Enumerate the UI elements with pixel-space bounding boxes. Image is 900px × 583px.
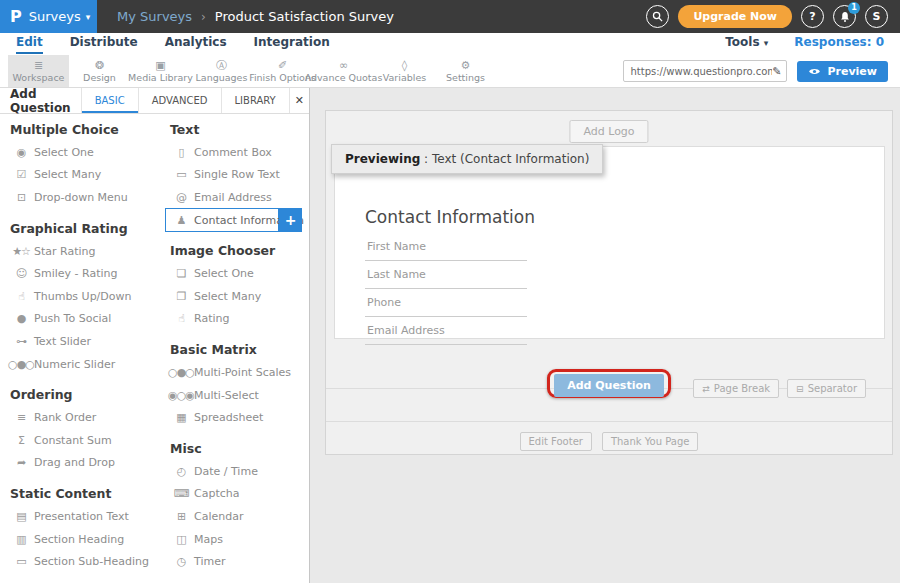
- tab-advanced[interactable]: ADVANCED: [138, 88, 221, 113]
- search-button[interactable]: [646, 5, 669, 28]
- image-select-one-icon: ❏: [170, 267, 192, 280]
- question-type-spreadsheet[interactable]: ▦Spreadsheet: [170, 406, 309, 429]
- select-many-icon: ☑: [10, 168, 32, 181]
- question-type-text-slider[interactable]: ⊶Text Slider: [10, 330, 160, 353]
- toolbar-item-advance-quotas[interactable]: ∞Advance Quotas: [313, 55, 374, 87]
- question-type-thumbs-up-down[interactable]: ☝Thumbs Up/Down: [10, 285, 160, 308]
- notifications-button[interactable]: 1: [833, 5, 856, 28]
- toolbar-item-variables[interactable]: ◊Variables: [374, 55, 435, 87]
- question-type-label: Calendar: [194, 510, 243, 523]
- add-contact-information-button[interactable]: +: [279, 208, 302, 232]
- toolbar-item-settings[interactable]: ⚙Settings: [435, 55, 496, 87]
- question-type-select-one[interactable]: ◉Select One: [10, 141, 160, 164]
- question-type-label: Text Slider: [34, 335, 91, 348]
- tab-library[interactable]: LIBRARY: [221, 88, 289, 113]
- app-logo-block[interactable]: P Surveys ▾: [0, 0, 97, 33]
- toolbar-items: ≣Workspace❂Design▣Media LibraryⒶLanguage…: [8, 55, 496, 87]
- question-type-label: Select Many: [34, 168, 101, 181]
- breadcrumb-my-surveys[interactable]: My Surveys: [117, 9, 192, 24]
- add-question-panel-header: Add Question BASIC ADVANCED LIBRARY ✕: [0, 88, 309, 114]
- preview-button[interactable]: Preview: [797, 61, 888, 82]
- constant-sum-icon: Σ: [10, 434, 32, 447]
- question-type-date-time[interactable]: ◴Date / Time: [170, 460, 309, 483]
- nav-tab-edit[interactable]: Edit: [16, 35, 43, 54]
- nav-tab-analytics[interactable]: Analytics: [165, 35, 227, 54]
- drag-and-drop-icon: ➦: [10, 456, 32, 469]
- question-type-section-sub-heading[interactable]: ▭Section Sub-Heading: [10, 550, 160, 573]
- help-button[interactable]: ?: [801, 5, 824, 28]
- question-type-multi-point-scales[interactable]: ○●○Multi-Point Scales: [170, 361, 309, 384]
- user-avatar[interactable]: S: [865, 5, 888, 28]
- question-type-image-select-one[interactable]: ❏Select One: [170, 262, 309, 285]
- question-type-image-rating[interactable]: ☝Rating: [170, 308, 309, 331]
- add-question-panel: Add Question BASIC ADVANCED LIBRARY ✕ Mu…: [0, 88, 310, 583]
- question-type-rank-order[interactable]: ≡Rank Order: [10, 406, 160, 429]
- question-type-star-rating[interactable]: ★☆Star Rating: [10, 240, 160, 263]
- media-library-icon: ▣: [155, 59, 165, 72]
- bell-icon: [839, 11, 851, 23]
- page-break-button[interactable]: ⇄ Page Break: [693, 379, 779, 398]
- section-title-image-chooser: Image Chooser: [170, 243, 309, 258]
- settings-icon: ⚙: [461, 59, 471, 72]
- question-type-push-to-social[interactable]: ●Push To Social: [10, 308, 160, 331]
- section-heading-icon: ▥: [10, 533, 32, 546]
- question-type-select-many[interactable]: ☑Select Many: [10, 164, 160, 187]
- question-type-single-row-text[interactable]: ▭Single Row Text: [170, 164, 309, 187]
- nav-tab-integration[interactable]: Integration: [254, 35, 330, 54]
- form-field-email-address[interactable]: Email Address: [365, 324, 527, 345]
- nav-tab-distribute[interactable]: Distribute: [70, 35, 138, 54]
- question-type-smiley-rating[interactable]: ☺Smiley - Rating: [10, 262, 160, 285]
- toolbar-item-media-library[interactable]: ▣Media Library: [130, 55, 191, 87]
- section-title-text: Text: [170, 122, 309, 137]
- question-type-drag-and-drop[interactable]: ➦Drag and Drop: [10, 452, 160, 475]
- question-type-presentation-text[interactable]: ▤Presentation Text: [10, 505, 160, 528]
- page-body: Add Question BASIC ADVANCED LIBRARY ✕ Mu…: [0, 88, 900, 583]
- question-type-label: Push To Social: [34, 312, 111, 325]
- selected-question-type[interactable]: ♟Contact Information+: [165, 208, 302, 232]
- question-type-constant-sum[interactable]: ΣConstant Sum: [10, 429, 160, 452]
- surveys-menu[interactable]: Surveys ▾: [29, 9, 91, 24]
- thank-you-page-button[interactable]: Thank You Page: [602, 432, 699, 451]
- toolbar-item-workspace[interactable]: ≣Workspace: [8, 55, 69, 87]
- push-to-social-icon: ●: [10, 312, 32, 325]
- form-field-last-name[interactable]: Last Name: [365, 268, 527, 289]
- question-type-timer[interactable]: ◷Timer: [170, 550, 309, 573]
- separator-button[interactable]: ⊟ Separator: [787, 379, 866, 398]
- tab-basic[interactable]: BASIC: [81, 88, 138, 113]
- question-type-maps[interactable]: ◫Maps: [170, 528, 309, 551]
- edit-url-icon[interactable]: ✎: [772, 65, 781, 78]
- question-type-section-heading[interactable]: ▥Section Heading: [10, 528, 160, 551]
- breadcrumb-survey-title: Product Satisfaction Survey: [215, 9, 394, 24]
- question-type-numeric-slider[interactable]: ○●○Numeric Slider: [10, 353, 160, 376]
- toolbar-item-languages[interactable]: ⒶLanguages: [191, 55, 252, 87]
- question-type-multi-select[interactable]: ◉○◉Multi-Select: [170, 384, 309, 407]
- drop-down-menu-icon: ⊡: [10, 191, 32, 204]
- previewing-tooltip: Previewing : Text (Contact Information): [331, 144, 603, 174]
- edit-footer-button[interactable]: Edit Footer: [520, 432, 592, 451]
- question-type-comment-box[interactable]: ▯Comment Box: [170, 141, 309, 164]
- question-type-email-address[interactable]: @Email Address: [170, 186, 309, 209]
- question-type-calendar[interactable]: ⊞Calendar: [170, 505, 309, 528]
- add-question-button[interactable]: Add Question: [554, 374, 664, 397]
- header-actions: Upgrade Now ? 1 S: [646, 5, 900, 28]
- toolbar-item-design[interactable]: ❂Design: [69, 55, 130, 87]
- survey-canvas: Add Logo Contact Information First NameL…: [310, 88, 900, 583]
- close-panel-button[interactable]: ✕: [289, 88, 309, 113]
- question-type-image-select-many[interactable]: ❐Select Many: [170, 285, 309, 308]
- responses-count[interactable]: Responses: 0: [794, 35, 884, 49]
- timer-icon: ◷: [170, 555, 192, 568]
- add-logo-button[interactable]: Add Logo: [569, 120, 648, 143]
- question-type-contact-information[interactable]: ♟Contact Information: [165, 208, 279, 232]
- form-field-phone[interactable]: Phone: [365, 296, 527, 317]
- question-type-drop-down-menu[interactable]: ⊡Drop-down Menu: [10, 186, 160, 209]
- toolbar-item-label: Languages: [196, 72, 248, 83]
- footer-buttons-row: Edit Footer Thank You Page: [326, 432, 892, 451]
- text-slider-icon: ⊶: [10, 335, 32, 348]
- question-type-captcha[interactable]: ⌨Captcha: [170, 483, 309, 506]
- tools-menu[interactable]: Tools ▾: [725, 35, 768, 49]
- survey-url-field[interactable]: https://www.questionpro.com/t/AP53kZgUI …: [623, 60, 787, 82]
- form-field-first-name[interactable]: First Name: [365, 240, 527, 261]
- upgrade-now-button[interactable]: Upgrade Now: [678, 5, 792, 28]
- date-time-icon: ◴: [170, 465, 192, 478]
- toolbar-item-label: Design: [83, 72, 116, 83]
